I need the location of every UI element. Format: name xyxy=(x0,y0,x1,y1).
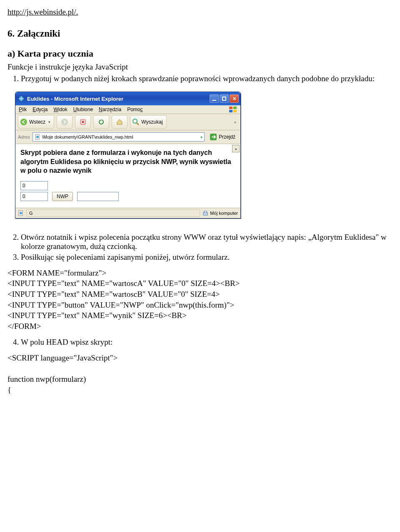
ie-logo-icon xyxy=(18,95,25,102)
svg-rect-4 xyxy=(233,110,237,112)
refresh-button[interactable] xyxy=(93,115,109,129)
menu-pomoc[interactable]: Pomoc xyxy=(127,107,142,112)
address-label: Adres xyxy=(18,134,30,139)
address-value: \Moje dokumenty\GRANT\euklides_nwp.html xyxy=(42,134,133,139)
zone-icon xyxy=(202,210,208,216)
subsection-heading: a) Karta pracy ucznia xyxy=(8,48,392,59)
wynik-input[interactable] xyxy=(77,192,119,201)
svg-point-5 xyxy=(20,119,27,125)
menubar: Plik Edycja Widok Ulubione Narzędzia Pom… xyxy=(15,105,240,114)
code-block-script: <SCRIPT language="JavaScript"> function … xyxy=(8,353,392,395)
page-content: ▴ Skrypt pobiera dane z formularza i wyk… xyxy=(15,144,240,208)
svg-rect-1 xyxy=(229,107,232,109)
window-title: Euklides - Microsoft Internet Explorer xyxy=(27,96,210,102)
menu-narzedzia[interactable]: Narzędzia xyxy=(99,107,121,112)
svg-point-11 xyxy=(36,136,39,138)
section-heading: 6. Załączniki xyxy=(8,28,392,39)
go-button[interactable]: Przejdź xyxy=(207,132,238,142)
stop-button[interactable] xyxy=(75,115,91,129)
minimize-button[interactable] xyxy=(210,94,219,103)
forward-icon xyxy=(61,118,68,126)
stop-icon xyxy=(80,119,86,125)
scroll-up-button[interactable]: ▴ xyxy=(232,145,240,152)
toolbar-overflow-icon[interactable]: » xyxy=(232,120,238,124)
status-bar: G Mój komputer xyxy=(15,208,240,218)
chevron-down-icon[interactable]: ▾ xyxy=(200,135,202,139)
step-3: Posiłkując się poleceniami zapisanymi po… xyxy=(21,253,392,262)
search-icon xyxy=(132,118,140,126)
back-icon xyxy=(20,118,28,126)
page-description: Skrypt pobiera dane z formularza i wykon… xyxy=(20,148,235,175)
menu-ulubione[interactable]: Ulubione xyxy=(73,107,93,112)
step-1: Przygotuj w podanych niżej krokach spraw… xyxy=(21,74,392,83)
svg-rect-3 xyxy=(229,110,232,112)
forward-button[interactable] xyxy=(57,115,72,129)
menu-widok[interactable]: Widok xyxy=(53,107,67,112)
code-block-form: <FORM NAME="formularz"> <INPUT TYPE="tex… xyxy=(8,268,392,332)
menu-plik[interactable]: Plik xyxy=(19,107,27,112)
svg-point-14 xyxy=(20,212,22,214)
lead-line: Funkcje i instrukcje języka JavaScript xyxy=(8,62,392,72)
toolbar: Wstecz ▾ Wyszukaj » xyxy=(15,114,240,130)
svg-point-8 xyxy=(133,119,137,123)
search-label: Wyszukaj xyxy=(141,119,162,125)
svg-line-9 xyxy=(137,123,139,125)
search-button[interactable]: Wyszukaj xyxy=(130,115,166,129)
page-icon xyxy=(35,134,40,140)
wartosc-b-input[interactable] xyxy=(20,192,48,201)
page-icon xyxy=(18,210,24,216)
back-button[interactable]: Wstecz ▾ xyxy=(18,115,54,129)
address-input[interactable]: \Moje dokumenty\GRANT\euklides_nwp.html … xyxy=(32,132,205,142)
maximize-button[interactable] xyxy=(220,94,229,103)
svg-rect-16 xyxy=(204,211,207,213)
svg-point-6 xyxy=(61,119,68,125)
home-button[interactable] xyxy=(112,115,128,129)
nwp-button[interactable]: NWP xyxy=(52,192,73,201)
windows-flag-icon xyxy=(229,106,238,114)
go-icon xyxy=(210,133,217,141)
refresh-icon xyxy=(98,119,105,125)
step-2: Otwórz notatnik i wpisz polecenia począt… xyxy=(21,233,392,251)
menu-edycja[interactable]: Edycja xyxy=(32,107,48,112)
back-label: Wstecz xyxy=(29,119,45,125)
home-icon xyxy=(116,119,123,125)
go-label: Przejdź xyxy=(219,134,235,140)
source-url: http://js.webinside.pl/. xyxy=(8,7,392,17)
status-left: G xyxy=(26,209,200,217)
chevron-down-icon: ▾ xyxy=(48,120,50,124)
svg-rect-2 xyxy=(233,107,237,109)
titlebar: Euklides - Microsoft Internet Explorer xyxy=(15,92,240,105)
close-button[interactable] xyxy=(230,94,239,103)
status-zone: Mój komputer xyxy=(210,211,238,216)
ie-window: Euklides - Microsoft Internet Explorer P… xyxy=(15,92,241,219)
step-4: W polu HEAD wpisz skrypt: xyxy=(21,338,392,347)
wartosc-a-input[interactable] xyxy=(20,181,48,190)
address-bar: Adres \Moje dokumenty\GRANT\euklides_nwp… xyxy=(15,130,240,144)
